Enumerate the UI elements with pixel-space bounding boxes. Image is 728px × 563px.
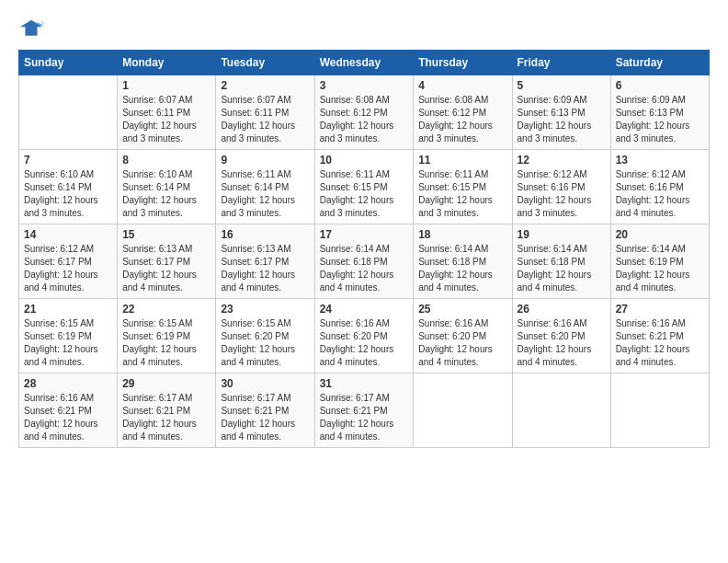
day-info: Sunrise: 6:17 AM Sunset: 6:21 PM Dayligh…: [122, 392, 210, 443]
day-number: 10: [320, 154, 409, 167]
day-number: 29: [122, 377, 210, 390]
calendar-cell: 8 Sunrise: 6:10 AM Sunset: 6:14 PM Dayli…: [118, 150, 216, 224]
calendar-cell: 11 Sunrise: 6:11 AM Sunset: 6:15 PM Dayl…: [414, 150, 512, 224]
calendar-cell: 30 Sunrise: 6:17 AM Sunset: 6:21 PM Dayl…: [216, 373, 314, 448]
weekday-header: Thursday: [414, 51, 512, 75]
calendar-cell: 19 Sunrise: 6:14 AM Sunset: 6:18 PM Dayl…: [512, 224, 610, 299]
weekday-header: Sunday: [19, 51, 118, 75]
weekday-header: Monday: [118, 51, 216, 75]
day-info: Sunrise: 6:13 AM Sunset: 6:17 PM Dayligh…: [122, 243, 210, 294]
day-number: 22: [122, 303, 210, 316]
day-number: 7: [24, 154, 112, 167]
calendar-cell: 3 Sunrise: 6:08 AM Sunset: 6:12 PM Dayli…: [314, 75, 414, 150]
calendar-cell: 13 Sunrise: 6:12 AM Sunset: 6:16 PM Dayl…: [610, 150, 709, 224]
day-number: 27: [616, 303, 704, 316]
day-number: 30: [221, 377, 309, 390]
day-info: Sunrise: 6:16 AM Sunset: 6:21 PM Dayligh…: [616, 317, 704, 369]
day-number: 24: [320, 303, 409, 316]
day-info: Sunrise: 6:13 AM Sunset: 6:17 PM Dayligh…: [221, 243, 309, 294]
day-info: Sunrise: 6:10 AM Sunset: 6:14 PM Dayligh…: [24, 168, 112, 220]
day-number: 14: [24, 228, 112, 241]
calendar-cell: 12 Sunrise: 6:12 AM Sunset: 6:16 PM Dayl…: [512, 150, 610, 224]
day-number: 3: [320, 79, 409, 92]
calendar-cell: 29 Sunrise: 6:17 AM Sunset: 6:21 PM Dayl…: [118, 373, 216, 448]
logo-bird-icon: [18, 18, 44, 40]
day-info: Sunrise: 6:08 AM Sunset: 6:12 PM Dayligh…: [320, 94, 409, 145]
day-number: 12: [518, 154, 606, 167]
calendar-cell: 23 Sunrise: 6:15 AM Sunset: 6:20 PM Dayl…: [216, 299, 314, 373]
day-info: Sunrise: 6:15 AM Sunset: 6:19 PM Dayligh…: [122, 317, 210, 369]
day-number: 23: [221, 303, 309, 316]
calendar-cell: 4 Sunrise: 6:08 AM Sunset: 6:12 PM Dayli…: [414, 75, 512, 150]
calendar-cell: 28 Sunrise: 6:16 AM Sunset: 6:21 PM Dayl…: [19, 373, 118, 448]
day-info: Sunrise: 6:12 AM Sunset: 6:16 PM Dayligh…: [616, 168, 704, 220]
day-info: Sunrise: 6:11 AM Sunset: 6:15 PM Dayligh…: [320, 168, 409, 220]
day-number: 6: [616, 79, 704, 92]
day-info: Sunrise: 6:16 AM Sunset: 6:20 PM Dayligh…: [518, 317, 606, 369]
day-info: Sunrise: 6:15 AM Sunset: 6:20 PM Dayligh…: [221, 317, 309, 369]
calendar-cell: [512, 373, 610, 448]
day-number: 1: [122, 79, 210, 92]
calendar-cell: 22 Sunrise: 6:15 AM Sunset: 6:19 PM Dayl…: [118, 299, 216, 373]
calendar-cell: 16 Sunrise: 6:13 AM Sunset: 6:17 PM Dayl…: [216, 224, 314, 299]
weekday-header: Saturday: [610, 51, 709, 75]
day-number: 16: [221, 228, 309, 241]
day-info: Sunrise: 6:11 AM Sunset: 6:14 PM Dayligh…: [221, 168, 309, 220]
calendar-cell: 9 Sunrise: 6:11 AM Sunset: 6:14 PM Dayli…: [216, 150, 314, 224]
day-number: 20: [616, 228, 704, 241]
day-info: Sunrise: 6:07 AM Sunset: 6:11 PM Dayligh…: [221, 94, 309, 145]
day-number: 9: [221, 154, 309, 167]
day-number: 26: [518, 303, 606, 316]
day-number: 31: [320, 377, 409, 390]
day-info: Sunrise: 6:17 AM Sunset: 6:21 PM Dayligh…: [221, 392, 309, 443]
calendar-cell: [610, 373, 709, 448]
calendar-cell: 27 Sunrise: 6:16 AM Sunset: 6:21 PM Dayl…: [610, 299, 709, 373]
day-info: Sunrise: 6:14 AM Sunset: 6:19 PM Dayligh…: [616, 243, 704, 294]
day-number: 8: [122, 154, 210, 167]
day-number: 4: [418, 79, 506, 92]
day-info: Sunrise: 6:09 AM Sunset: 6:13 PM Dayligh…: [616, 94, 704, 145]
day-number: 2: [221, 79, 309, 92]
calendar-cell: 21 Sunrise: 6:15 AM Sunset: 6:19 PM Dayl…: [19, 299, 118, 373]
day-number: 28: [24, 377, 112, 390]
day-info: Sunrise: 6:08 AM Sunset: 6:12 PM Dayligh…: [418, 94, 506, 145]
day-info: Sunrise: 6:10 AM Sunset: 6:14 PM Dayligh…: [122, 168, 210, 220]
calendar-cell: 15 Sunrise: 6:13 AM Sunset: 6:17 PM Dayl…: [118, 224, 216, 299]
day-info: Sunrise: 6:14 AM Sunset: 6:18 PM Dayligh…: [418, 243, 506, 294]
calendar-cell: 14 Sunrise: 6:12 AM Sunset: 6:17 PM Dayl…: [19, 224, 118, 299]
day-info: Sunrise: 6:16 AM Sunset: 6:20 PM Dayligh…: [418, 317, 506, 369]
page-header: [18, 18, 710, 40]
weekday-header: Tuesday: [216, 51, 314, 75]
svg-marker-2: [40, 20, 44, 24]
calendar-cell: 2 Sunrise: 6:07 AM Sunset: 6:11 PM Dayli…: [216, 75, 314, 150]
day-number: 21: [24, 303, 112, 316]
day-number: 5: [518, 79, 606, 92]
day-info: Sunrise: 6:14 AM Sunset: 6:18 PM Dayligh…: [320, 243, 409, 294]
calendar-cell: 1 Sunrise: 6:07 AM Sunset: 6:11 PM Dayli…: [118, 75, 216, 150]
weekday-header: Wednesday: [314, 51, 414, 75]
day-number: 17: [320, 228, 409, 241]
day-info: Sunrise: 6:12 AM Sunset: 6:17 PM Dayligh…: [24, 243, 112, 294]
day-info: Sunrise: 6:16 AM Sunset: 6:21 PM Dayligh…: [24, 392, 112, 443]
day-info: Sunrise: 6:11 AM Sunset: 6:15 PM Dayligh…: [418, 168, 506, 220]
calendar-cell: [414, 373, 512, 448]
calendar-cell: 24 Sunrise: 6:16 AM Sunset: 6:20 PM Dayl…: [314, 299, 414, 373]
calendar-cell: 10 Sunrise: 6:11 AM Sunset: 6:15 PM Dayl…: [314, 150, 414, 224]
day-number: 18: [418, 228, 506, 241]
calendar-table: SundayMondayTuesdayWednesdayThursdayFrid…: [18, 50, 710, 448]
logo: [18, 18, 48, 40]
day-info: Sunrise: 6:12 AM Sunset: 6:16 PM Dayligh…: [518, 168, 606, 220]
calendar-cell: 20 Sunrise: 6:14 AM Sunset: 6:19 PM Dayl…: [610, 224, 709, 299]
day-info: Sunrise: 6:09 AM Sunset: 6:13 PM Dayligh…: [518, 94, 606, 145]
calendar-cell: 31 Sunrise: 6:17 AM Sunset: 6:21 PM Dayl…: [314, 373, 414, 448]
calendar-cell: 5 Sunrise: 6:09 AM Sunset: 6:13 PM Dayli…: [512, 75, 610, 150]
day-info: Sunrise: 6:17 AM Sunset: 6:21 PM Dayligh…: [320, 392, 409, 443]
day-info: Sunrise: 6:16 AM Sunset: 6:20 PM Dayligh…: [320, 317, 409, 369]
calendar-cell: 25 Sunrise: 6:16 AM Sunset: 6:20 PM Dayl…: [414, 299, 512, 373]
day-number: 15: [122, 228, 210, 241]
calendar-cell: 17 Sunrise: 6:14 AM Sunset: 6:18 PM Dayl…: [314, 224, 414, 299]
day-info: Sunrise: 6:07 AM Sunset: 6:11 PM Dayligh…: [122, 94, 210, 145]
calendar-cell: 6 Sunrise: 6:09 AM Sunset: 6:13 PM Dayli…: [610, 75, 709, 150]
day-number: 19: [518, 228, 606, 241]
svg-marker-0: [20, 20, 42, 36]
